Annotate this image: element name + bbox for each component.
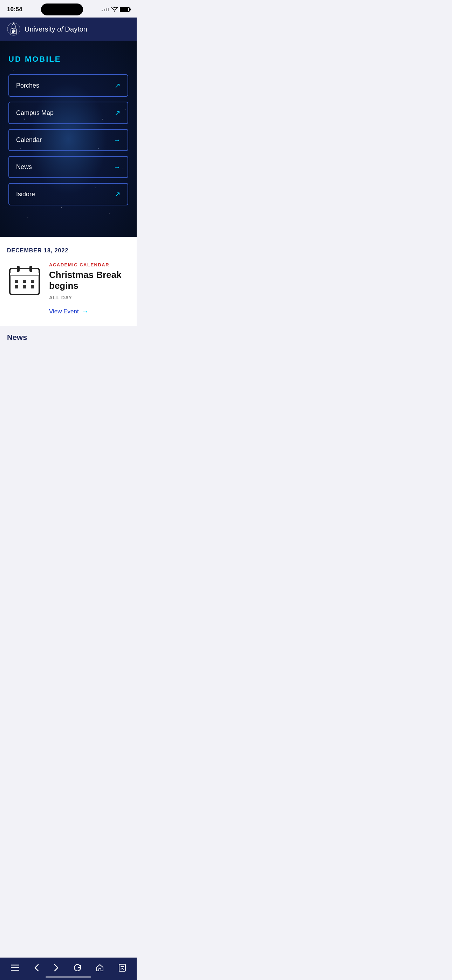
hero-section: UD MOBILE Porches ↗ Campus Map ↗ Calenda… [0,41,137,237]
news-arrow-icon: → [113,163,121,171]
svg-rect-14 [23,280,26,283]
event-info: ACADEMIC CALENDAR Christmas Break begins… [49,262,130,315]
calendar-label: Calendar [16,136,42,144]
svg-rect-17 [23,285,26,288]
status-icons [102,7,130,13]
svg-rect-16 [15,285,18,288]
isidore-arrow-icon: ↗ [115,190,121,198]
svg-rect-13 [15,280,18,283]
isidore-button[interactable]: Isidore ↗ [8,183,128,205]
event-card: ACADEMIC CALENDAR Christmas Break begins… [7,262,130,315]
calendar-icon [7,262,42,297]
news-label: News [16,163,32,171]
porches-button[interactable]: Porches ↗ [8,74,128,97]
porches-arrow-icon: ↗ [115,81,121,90]
campus-map-button[interactable]: Campus Map ↗ [8,102,128,124]
view-event-label: View Event [49,308,79,315]
battery-icon [120,7,130,12]
event-category: ACADEMIC CALENDAR [49,262,130,267]
event-title: Christmas Break begins [49,269,130,291]
porches-label: Porches [16,82,39,89]
status-time: 10:54 [7,6,22,13]
news-section: News [0,326,137,354]
news-section-title: News [7,333,130,342]
calendar-button[interactable]: Calendar → [8,129,128,151]
svg-rect-6 [12,31,16,32]
hero-tagline: UD MOBILE [8,55,128,64]
campus-map-arrow-icon: ↗ [115,109,121,117]
ud-logo [7,22,20,36]
calendar-arrow-icon: → [113,136,121,144]
dynamic-island [41,3,83,16]
calendar-section-date: DECEMBER 18, 2022 [7,247,130,254]
view-event-arrow-icon: → [82,307,89,315]
news-button[interactable]: News → [8,156,128,178]
event-time: ALL DAY [49,295,130,301]
campus-map-label: Campus Map [16,109,54,117]
svg-rect-11 [17,266,20,272]
svg-rect-7 [12,32,14,33]
app-title: University of Dayton [24,25,87,33]
calendar-section: DECEMBER 18, 2022 ACADEMIC CALENDAR Chr [0,237,137,326]
nav-buttons-list: Porches ↗ Campus Map ↗ Calendar → News →… [8,74,128,205]
view-event-link[interactable]: View Event → [49,307,130,315]
svg-rect-12 [29,266,32,272]
svg-rect-10 [10,273,39,275]
svg-rect-18 [31,285,34,288]
isidore-label: Isidore [16,191,35,198]
calendar-icon-wrap [7,262,42,297]
app-header: University of Dayton [0,18,137,41]
wifi-icon [111,7,118,13]
signal-icon [102,8,109,11]
status-bar: 10:54 [0,0,137,18]
svg-rect-5 [12,30,16,31]
svg-rect-15 [31,280,34,283]
